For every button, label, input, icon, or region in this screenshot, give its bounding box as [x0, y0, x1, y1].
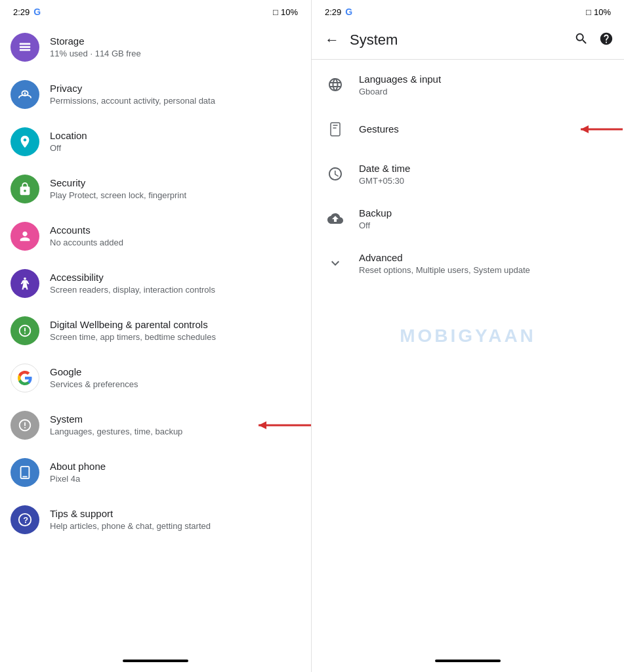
settings-item-system[interactable]: System Languages, gestures, time, backup [0, 402, 311, 449]
languages-text: Languages & input Gboard [359, 73, 614, 97]
google-icon [10, 364, 39, 392]
languages-subtitle: Gboard [359, 87, 614, 96]
accounts-icon [10, 222, 39, 251]
right-g-logo: G [345, 7, 352, 17]
settings-item-tips[interactable]: ? Tips & support Help articles, phone & … [0, 496, 311, 543]
settings-item-about[interactable]: About phone Pixel 4a [0, 449, 311, 496]
left-status-left: 2:29 G [13, 7, 41, 17]
storage-title: Storage [50, 35, 301, 48]
settings-item-google[interactable]: Google Services & preferences [0, 354, 311, 402]
google-title: Google [50, 366, 301, 379]
svg-text:?: ? [23, 515, 28, 525]
tips-icon: ? [10, 505, 39, 534]
left-panel: 2:29 G □ 10% Storage 11% used · 114 GB f… [0, 0, 312, 672]
settings-list: Storage 11% used · 114 GB free Privacy P… [0, 21, 311, 654]
system-header: ← System [312, 21, 624, 60]
right-battery-percent: 10% [594, 7, 611, 17]
backup-subtitle: Off [359, 220, 614, 230]
system-item-languages[interactable]: Languages & input Gboard [312, 62, 624, 107]
settings-item-storage[interactable]: Storage 11% used · 114 GB free [0, 24, 311, 71]
accounts-title: Accounts [50, 224, 301, 237]
svg-point-5 [24, 278, 26, 280]
system-item-backup[interactable]: Backup Off [312, 196, 624, 241]
svg-marker-7 [259, 421, 266, 429]
accounts-subtitle: No accounts added [50, 238, 301, 249]
left-bottom-bar [0, 654, 311, 672]
tips-text: Tips & support Help articles, phone & ch… [50, 507, 301, 532]
tips-title: Tips & support [50, 507, 301, 520]
wellbeing-icon [10, 316, 39, 345]
left-g-logo: G [33, 7, 41, 17]
left-time: 2:29 [13, 7, 30, 17]
languages-title: Languages & input [359, 73, 614, 86]
settings-item-accessibility[interactable]: Accessibility Screen readers, display, i… [0, 260, 311, 307]
storage-subtitle: 11% used · 114 GB free [50, 49, 301, 60]
settings-item-wellbeing[interactable]: Digital Wellbeing & parental controls Sc… [0, 307, 311, 354]
left-battery-icon: □ [273, 7, 278, 17]
back-button[interactable]: ← [322, 29, 342, 51]
datetime-title: Date & time [359, 162, 614, 175]
security-title: Security [50, 177, 301, 190]
left-status-bar: 2:29 G □ 10% [0, 0, 311, 21]
about-icon [10, 458, 39, 487]
left-home-indicator [123, 660, 188, 662]
datetime-text: Date & time GMT+05:30 [359, 162, 614, 186]
datetime-icon [322, 161, 348, 187]
svg-point-4 [24, 93, 26, 94]
left-status-right: □ 10% [273, 7, 298, 17]
backup-title: Backup [359, 207, 614, 220]
system-list: Languages & input Gboard Gestures [312, 60, 624, 654]
privacy-title: Privacy [50, 82, 301, 95]
wellbeing-text: Digital Wellbeing & parental controls Sc… [50, 318, 301, 343]
system-red-arrow [245, 416, 311, 434]
advanced-text: Advanced Reset options, Multiple users, … [359, 251, 614, 276]
backup-icon [322, 205, 348, 232]
accounts-text: Accounts No accounts added [50, 224, 301, 249]
gestures-icon [322, 116, 348, 142]
wellbeing-title: Digital Wellbeing & parental controls [50, 318, 301, 331]
about-title: About phone [50, 460, 301, 473]
about-subtitle: Pixel 4a [50, 474, 301, 485]
settings-item-accounts[interactable]: Accounts No accounts added [0, 213, 311, 260]
system-item-advanced[interactable]: Advanced Reset options, Multiple users, … [312, 241, 624, 285]
right-status-left: 2:29 G [325, 7, 352, 17]
settings-item-security[interactable]: Security Play Protect, screen lock, fing… [0, 165, 311, 213]
storage-text: Storage 11% used · 114 GB free [50, 35, 301, 60]
system-item-datetime[interactable]: Date & time GMT+05:30 [312, 152, 624, 196]
svg-rect-9 [22, 476, 27, 478]
location-icon [10, 127, 39, 156]
svg-rect-1 [20, 46, 31, 48]
datetime-subtitle: GMT+05:30 [359, 176, 614, 186]
right-home-indicator [435, 660, 501, 662]
right-status-bar: 2:29 G □ 10% [312, 0, 624, 21]
system-item-gestures[interactable]: Gestures [312, 107, 624, 152]
location-text: Location Off [50, 129, 301, 154]
svg-rect-2 [20, 49, 31, 51]
advanced-title: Advanced [359, 251, 614, 264]
security-icon [10, 175, 39, 203]
security-subtitle: Play Protect, screen lock, fingerprint [50, 190, 301, 201]
left-battery-percent: 10% [281, 7, 298, 17]
location-subtitle: Off [50, 143, 301, 154]
search-icon[interactable] [574, 32, 589, 49]
about-text: About phone Pixel 4a [50, 460, 301, 485]
right-status-right: □ 10% [586, 7, 611, 17]
languages-icon [322, 72, 348, 98]
location-title: Location [50, 129, 301, 142]
storage-icon [10, 33, 39, 62]
backup-text: Backup Off [359, 207, 614, 231]
gestures-red-arrow [570, 120, 624, 138]
svg-rect-0 [20, 43, 31, 45]
settings-item-privacy[interactable]: Privacy Permissions, account activity, p… [0, 71, 311, 118]
accessibility-text: Accessibility Screen readers, display, i… [50, 271, 301, 296]
right-bottom-bar [312, 654, 624, 672]
help-icon[interactable] [599, 32, 614, 49]
right-panel: 2:29 G □ 10% ← System Languages & [312, 0, 624, 672]
advanced-subtitle: Reset options, Multiple users, System up… [359, 265, 614, 275]
header-icons [574, 32, 614, 49]
svg-marker-14 [581, 125, 589, 133]
settings-item-location[interactable]: Location Off [0, 118, 311, 165]
system-icon [10, 411, 39, 440]
privacy-text: Privacy Permissions, account activity, p… [50, 82, 301, 107]
svg-rect-12 [331, 123, 340, 136]
